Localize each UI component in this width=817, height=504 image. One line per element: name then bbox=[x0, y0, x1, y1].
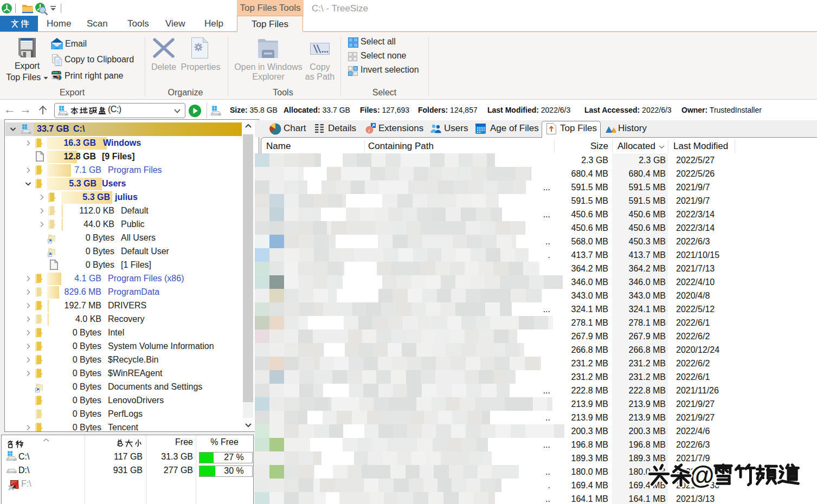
svg-text:♪: ♪ bbox=[368, 127, 370, 133]
svg-text:@: @ bbox=[690, 461, 715, 489]
